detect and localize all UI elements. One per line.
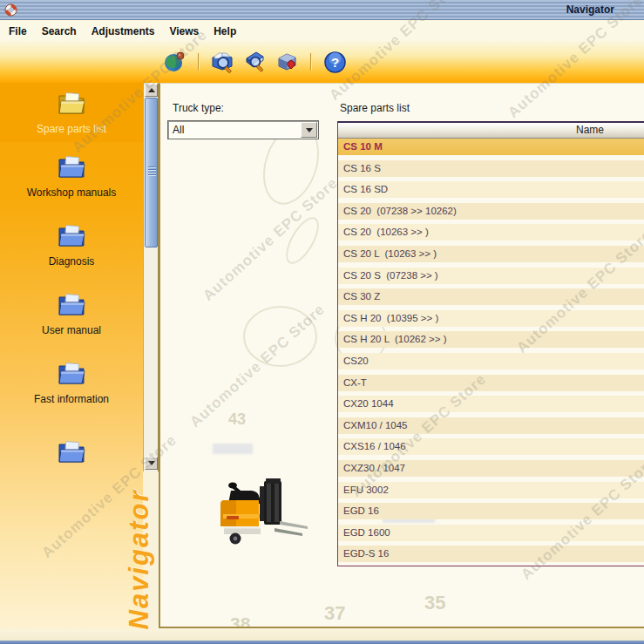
globe-icon[interactable] xyxy=(162,50,186,74)
scrollbar-thumb[interactable] xyxy=(145,98,158,247)
sidebar-item-label: Diagnosis xyxy=(49,255,95,268)
truck-type-dropdown[interactable]: All xyxy=(167,120,319,139)
sidebar-item-fast-information[interactable]: Fast information xyxy=(0,349,143,417)
blue-folder-icon xyxy=(56,292,87,318)
sidebar-item-spare-parts-list[interactable]: Spare parts list xyxy=(0,83,143,142)
blue-folder-icon xyxy=(56,154,87,180)
parts-list-row[interactable]: CS 16 S xyxy=(338,160,644,177)
parts-list-row[interactable]: CS H 20 (10395 >> ) xyxy=(338,310,644,327)
app-lifebuoy-icon xyxy=(4,3,17,17)
sidebar-item-workshop-manuals[interactable]: Workshop manuals xyxy=(0,142,143,211)
parts-list-row[interactable]: CX20 1044 xyxy=(338,396,644,412)
toolbar: ? xyxy=(0,41,644,83)
spare-parts-list: Name CS 10 MCS 16 SCS 16 SDCS 20 (07238 … xyxy=(337,121,644,566)
parts-list-row[interactable]: EGD-S 16 xyxy=(338,546,644,562)
blue-folder-icon xyxy=(56,223,87,249)
parts-list-row[interactable]: CS 30 Z xyxy=(338,288,644,305)
parts-list-row[interactable]: CX-T xyxy=(338,375,644,391)
truck-type-label: Truck type: xyxy=(173,102,224,114)
ghost-number: 35 xyxy=(424,592,445,614)
parts-list-row[interactable]: CS 20 L (10263 >> ) xyxy=(338,246,644,262)
parts-list-row[interactable]: EGD 1600 xyxy=(338,525,644,541)
parts-list-row[interactable]: EFU 3002 xyxy=(338,482,644,498)
sidebar-item-label: User manual xyxy=(42,324,101,336)
sidebar-item-label: Spare parts list xyxy=(37,123,106,135)
menu-item-views[interactable]: Views xyxy=(169,25,199,37)
ghost-number: 37 xyxy=(324,602,345,625)
blue-folder-icon xyxy=(56,439,87,465)
parts-list-row[interactable]: CXZ30 / 1047 xyxy=(338,460,644,477)
blue-folder-icon xyxy=(56,361,87,387)
scroll-up-button[interactable] xyxy=(145,84,158,97)
parts-list-row[interactable]: CS 16 SD xyxy=(338,181,644,198)
navigator-window: Navigator FileSearchAdjustmentsViewsHelp xyxy=(0,0,644,644)
parts-list-row[interactable]: CS 20 S (07238 >> ) xyxy=(338,268,644,284)
parts-list-row[interactable]: EGD 16 xyxy=(338,503,644,519)
parts-list-row[interactable]: CS 20 (10263 >> ) xyxy=(338,224,644,241)
toolbar-separator xyxy=(198,53,199,71)
menu-item-file[interactable]: File xyxy=(9,25,27,37)
menu-item-adjustments[interactable]: Adjustments xyxy=(92,25,155,37)
window-bottom-margin xyxy=(0,629,644,641)
sidebar-item-diagnosis[interactable]: Diagnosis xyxy=(0,211,143,280)
dropdown-arrow-button[interactable] xyxy=(301,122,317,138)
parts-rows: CS 10 MCS 16 SCS 16 SDCS 20 (07238 >> 10… xyxy=(338,139,644,562)
truck-type-value: All xyxy=(168,124,301,136)
book-search-icon[interactable] xyxy=(242,50,267,74)
scroll-down-button[interactable] xyxy=(145,457,158,470)
svg-text:?: ? xyxy=(330,55,338,70)
window-title: Navigator xyxy=(566,3,614,16)
toolbar-separator xyxy=(310,53,311,71)
sidebar-item-label: Workshop manuals xyxy=(27,186,117,199)
column-header-name[interactable]: Name xyxy=(338,123,644,139)
forklift-truck-image xyxy=(198,478,309,552)
sidebar-item-extra[interactable] xyxy=(0,417,143,486)
menu-bar: FileSearchAdjustmentsViewsHelp xyxy=(0,21,644,41)
parts-list-row[interactable]: CS 20 (07238 >> 10262) xyxy=(338,203,644,220)
parts-list-row[interactable]: CXM10 / 1045 xyxy=(338,417,644,434)
menu-item-help[interactable]: Help xyxy=(214,25,236,37)
ghost-number: 43 xyxy=(228,410,246,429)
sidebar-item-user-manual[interactable]: User manual xyxy=(0,280,143,349)
catalog-search-icon[interactable] xyxy=(210,50,234,74)
yellow-folder-icon xyxy=(56,91,87,117)
parts-list-row[interactable]: CS H 20 L (10262 >> ) xyxy=(338,331,644,348)
sidebar: Spare parts list Workshop manuals Diagno… xyxy=(0,83,143,644)
export-icon[interactable] xyxy=(275,50,299,74)
sidebar-scrollbar[interactable] xyxy=(143,83,159,471)
content-panel: 43 38 37 35 Truck type: All Spare parts … xyxy=(159,83,644,628)
window-bottom-border xyxy=(0,641,644,644)
parts-list-title: Spare parts list xyxy=(340,102,410,114)
parts-list-row[interactable]: CS 10 M xyxy=(338,139,644,155)
parts-list-row[interactable]: CS20 xyxy=(338,353,644,369)
menu-item-search[interactable]: Search xyxy=(42,25,77,37)
parts-list-row[interactable]: CXS16 / 1046 xyxy=(338,438,644,455)
help-icon[interactable]: ? xyxy=(322,50,347,74)
title-bar: Navigator xyxy=(0,0,644,20)
sidebar-item-label: Fast information xyxy=(34,393,109,405)
ghost-number: 38 xyxy=(230,613,250,628)
